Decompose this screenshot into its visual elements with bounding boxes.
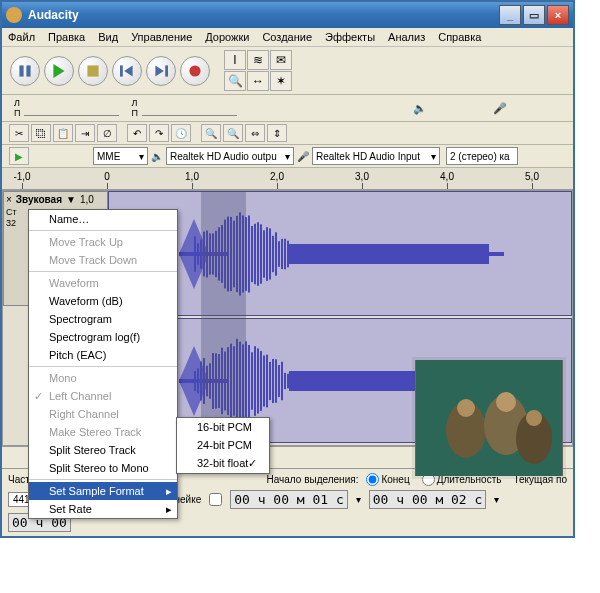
menu-item[interactable]: Set Rate▸ [29, 500, 177, 518]
menu-item[interactable]: Split Stereo Track [29, 441, 177, 459]
cut-button[interactable]: ✂ [9, 124, 29, 142]
menu-справка[interactable]: Справка [438, 31, 481, 43]
app-icon [6, 7, 22, 23]
menu-item[interactable]: Spectrogram [29, 310, 177, 328]
timeline-ruler[interactable]: -1,001,02,03,04,05,0 [2, 168, 573, 190]
zoom-in-button[interactable]: 🔍 [201, 124, 221, 142]
menu-item: Make Stereo Track [29, 423, 177, 441]
transport-toolbar: I≋✉🔍↔✶ [2, 47, 573, 95]
svg-rect-30 [254, 223, 256, 283]
menu-item: Mono [29, 369, 177, 387]
ruler-tick: 4,0 [440, 171, 454, 182]
menu-item[interactable]: Split Stereo to Mono [29, 459, 177, 477]
maximize-button[interactable]: ▭ [523, 5, 545, 25]
svg-rect-33 [263, 230, 265, 277]
trim-button[interactable]: ⇥ [75, 124, 95, 142]
copy-button[interactable]: ⿻ [31, 124, 51, 142]
minimize-button[interactable]: _ [499, 5, 521, 25]
window-title: Audacity [28, 8, 79, 22]
fit-selection-button[interactable]: ⇔ [245, 124, 265, 142]
play-at-speed-button[interactable]: ▶ [9, 147, 29, 165]
meter-right-label: Л П [131, 98, 137, 118]
selection-region[interactable] [201, 191, 246, 445]
menu-item[interactable]: Set Sample Format▸ [29, 482, 177, 500]
menu-дорожки[interactable]: Дорожки [205, 31, 249, 43]
menu-правка[interactable]: Правка [48, 31, 85, 43]
record-meter[interactable] [142, 100, 237, 116]
menu-item: Left Channel✓ [29, 387, 177, 405]
ruler-tick: -1,0 [13, 171, 30, 182]
tool-button-2[interactable]: ✉ [270, 50, 292, 70]
channels-combo[interactable]: 2 (стерео) ка [446, 147, 518, 165]
title-bar: Audacity _ ▭ × [2, 2, 573, 28]
tool-button-0[interactable]: I [224, 50, 246, 70]
svg-rect-71 [272, 358, 274, 402]
paste-button[interactable]: 📋 [53, 124, 73, 142]
tool-button-3[interactable]: 🔍 [224, 71, 246, 91]
undo-button[interactable]: ↶ [127, 124, 147, 142]
selection-end-timecode[interactable]: 00 ч 00 м 02 с [369, 490, 487, 509]
snap-checkbox[interactable] [209, 493, 222, 506]
svg-rect-63 [248, 344, 250, 416]
end-radio[interactable]: Конец [366, 473, 409, 486]
svg-rect-1 [26, 65, 30, 76]
skip-start-button[interactable] [112, 56, 142, 86]
host-combo[interactable]: MME▾ [93, 147, 148, 165]
meter-left-label: Л П [14, 98, 20, 118]
tool-button-1[interactable]: ≋ [247, 50, 269, 70]
menu-управление[interactable]: Управление [131, 31, 192, 43]
svg-rect-43 [489, 252, 504, 256]
submenu-item[interactable]: 24-bit PCM [177, 436, 269, 454]
stop-button[interactable] [78, 56, 108, 86]
menu-item: Move Track Up [29, 233, 177, 251]
svg-rect-31 [257, 222, 259, 285]
track-close-button[interactable]: × [6, 194, 12, 205]
svg-rect-42 [289, 244, 489, 264]
svg-rect-74 [281, 361, 283, 400]
silence-button[interactable]: ∅ [97, 124, 117, 142]
svg-rect-70 [269, 361, 271, 399]
menu-вид[interactable]: Вид [98, 31, 118, 43]
record-button[interactable] [180, 56, 210, 86]
menu-item[interactable]: Name… [29, 210, 177, 228]
ruler-tick: 0 [104, 171, 110, 182]
output-device-combo[interactable]: Realtek HD Audio outpu▾ [166, 147, 294, 165]
menu-файл[interactable]: Файл [8, 31, 35, 43]
tool-button-5[interactable]: ✶ [270, 71, 292, 91]
menu-item: Move Track Down [29, 251, 177, 269]
menu-item[interactable]: Waveform (dB) [29, 292, 177, 310]
zoom-out-button[interactable]: 🔍 [223, 124, 243, 142]
skip-end-button[interactable] [146, 56, 176, 86]
menu-создание[interactable]: Создание [262, 31, 312, 43]
svg-point-8 [189, 65, 200, 76]
svg-rect-40 [284, 238, 286, 269]
svg-point-85 [526, 410, 542, 426]
tool-button-4[interactable]: ↔ [247, 71, 269, 91]
ruler-tick: 3,0 [355, 171, 369, 182]
svg-marker-2 [53, 64, 64, 78]
pause-button[interactable] [10, 56, 40, 86]
track-name: Звуковая [16, 194, 62, 205]
menu-анализ[interactable]: Анализ [388, 31, 425, 43]
selection-start-timecode[interactable]: 00 ч 00 м 01 с [230, 490, 348, 509]
submenu-item[interactable]: 32-bit float✓ [177, 454, 269, 473]
svg-rect-69 [266, 354, 268, 407]
svg-rect-28 [248, 215, 250, 292]
sync-lock-button[interactable]: 🕓 [171, 124, 191, 142]
painting-icon [416, 360, 562, 476]
fit-project-button[interactable]: ⇕ [267, 124, 287, 142]
track-menu-button[interactable]: ▼ [66, 194, 76, 205]
play-button[interactable] [44, 56, 74, 86]
submenu-item[interactable]: 16-bit PCM [177, 418, 269, 436]
svg-rect-39 [281, 238, 283, 268]
menu-item[interactable]: Pitch (EAC) [29, 346, 177, 364]
menu-item[interactable]: Spectrogram log(f) [29, 328, 177, 346]
menu-эффекты[interactable]: Эффекты [325, 31, 375, 43]
redo-button[interactable]: ↷ [149, 124, 169, 142]
close-button[interactable]: × [547, 5, 569, 25]
svg-rect-36 [272, 235, 274, 271]
playback-meter[interactable] [24, 100, 119, 116]
input-device-combo[interactable]: Realtek HD Audio Input▾ [312, 147, 440, 165]
waveform-icon [109, 194, 572, 314]
edit-toolbar: ✂ ⿻ 📋 ⇥ ∅ ↶ ↷ 🕓 🔍 🔍 ⇔ ⇕ [2, 122, 573, 145]
